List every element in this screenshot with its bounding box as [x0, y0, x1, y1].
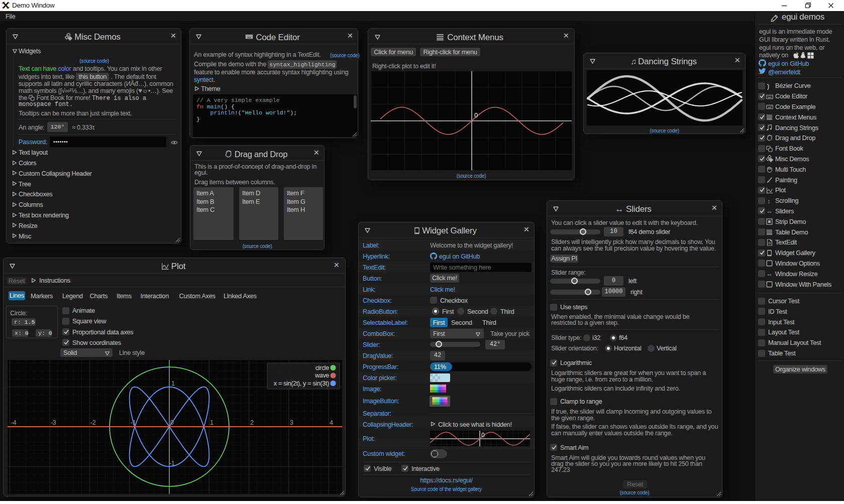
- svg-text:0: 0: [170, 419, 174, 426]
- svg-text:3: 3: [290, 419, 293, 426]
- svg-text:-1: -1: [169, 460, 175, 467]
- svg-text:x = sin(2t), y = sin(3t): x = sin(2t), y = sin(3t): [274, 380, 329, 387]
- svg-text:1: 1: [171, 380, 175, 387]
- svg-text:0: 0: [474, 111, 478, 119]
- svg-text:circle: circle: [315, 364, 330, 371]
- svg-text:-3: -3: [51, 419, 56, 426]
- svg-text:0: 0: [481, 432, 485, 439]
- svg-text:wave: wave: [314, 372, 329, 379]
- svg-text:-4: -4: [11, 419, 17, 426]
- svg-text:-1: -1: [131, 419, 136, 426]
- svg-text:1: 1: [210, 419, 214, 426]
- svg-text:2: 2: [250, 419, 254, 426]
- svg-text:4: 4: [330, 419, 333, 426]
- svg-text:-2: -2: [90, 419, 96, 426]
